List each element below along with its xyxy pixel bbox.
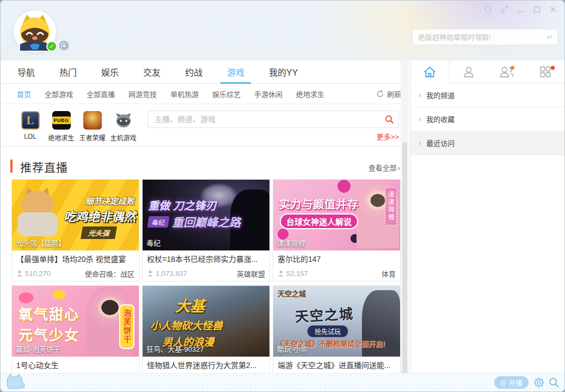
stream-card[interactable]: 天空之城 天空之城 抢先试玩 《天空之城》不删档测试全面开启! 酷玩-小炎 端游… [273,285,401,374]
bottom-search-icon[interactable] [549,377,559,388]
tab-yule[interactable]: 娱乐 [101,60,119,83]
sidebar-tab-friends[interactable] [450,60,488,83]
quick-game-lol[interactable]: L LOL [15,111,46,142]
thumb-text: 天空之城 [294,303,354,326]
viewer-icon [147,270,153,277]
stream-title[interactable]: 权杖=18本书已经宗师实力暴涨... [143,250,269,267]
stream-title[interactable]: 1号心动女生 [12,357,139,373]
subnav-mobile-games[interactable]: 手游休闲 [254,89,282,99]
notice-input-wrap: ↵ [412,29,558,45]
stream-card[interactable]: 细节决定成败 吃鸡绝非偶然 光头强 光头强【猛男】 【最强单排】场均20杀 视觉… [11,179,139,281]
thumb-text: 抢先试玩 [307,325,348,338]
quick-game-label: 主机游戏 [110,133,136,142]
thumb-mascot-art [17,191,58,236]
sidebar-tabs [410,60,564,83]
thumb-text: 重回巅峰之路 [172,213,241,230]
streamer-name: 毒纪 [146,237,161,248]
settings-gear-icon[interactable] [533,377,544,388]
subnav-variety[interactable]: 娱乐综艺 [212,89,241,99]
search-input[interactable] [148,115,380,124]
section-accent-bar [10,160,13,173]
chevron-right-icon: › [419,115,421,123]
enter-arrow-icon[interactable]: ↵ [546,33,553,41]
tab-youxi[interactable]: 游戏 [227,60,244,83]
quick-game-label: 王者荣耀 [79,133,105,142]
subnav-pc-games[interactable]: 单机热游 [170,89,199,99]
chevron-right-icon: › [419,139,421,147]
refresh-icon [376,90,384,98]
refresh-button[interactable]: 刷新 [376,84,401,103]
user-avatar[interactable]: ✓ [14,10,56,53]
subnav-all-games[interactable]: 全部游戏 [45,89,73,99]
quick-game-label: LOL [24,133,36,140]
thumb-text: 大基 [175,295,205,316]
stream-thumbnail[interactable]: 天空之城 天空之城 抢先试玩 《天空之城》不删档测试全面开启! 酷玩-小炎 [273,286,400,357]
search-icon[interactable] [380,111,398,127]
sidebar-item-recent-visits[interactable]: › 最近访问 [410,131,564,155]
main-search-box [148,111,399,128]
quick-game-pubg[interactable]: PUBG 绝地求生 [46,111,77,142]
stream-thumbnail[interactable]: 大基 小人物砍大怪兽 男人的浪漫 狂鸟、大基-90327 [143,286,269,357]
grid-apps-icon [539,66,551,78]
tab-daohang[interactable]: 导航 [17,60,35,83]
notice-input[interactable] [413,29,546,45]
quick-game-console[interactable]: 主机游戏 [108,111,139,142]
view-all-link[interactable]: 查看全部› [369,162,400,173]
thumb-badge: 泡芙饼干 [119,304,134,349]
thumb-text: 重做 刀之锋刃 [148,197,217,213]
tab-jiaoyou[interactable]: 交友 [143,60,161,83]
stream-meta: 1,073,837 英雄联盟 [143,267,269,280]
thumb-text: 吃鸡绝非偶然 [64,207,136,224]
minimize-icon[interactable] [515,5,525,14]
viewer-icon [16,270,23,277]
subnav-all-live[interactable]: 全部直播 [87,89,115,99]
scrollbar-track[interactable] [401,60,409,374]
sidebar-tab-apps[interactable] [526,60,565,83]
start-broadcast-button[interactable]: ◎ 开播 [494,376,529,389]
tab-my-yy[interactable]: 我的YY [269,60,298,83]
stream-title[interactable]: 【最强单排】场均20杀 视觉盛宴 [12,250,139,267]
stream-card[interactable]: 实力与颜值并存 台球女神迷人解说 漾漾锦鲤 漾漾锦鲤 塞尔比的147 52,15… [273,179,401,281]
stream-title[interactable]: 端游《天空之城》进直播间送能... [273,357,400,373]
sidebar-item-label: 我的频道 [426,90,455,100]
close-icon[interactable] [548,5,558,14]
scrollbar-thumb[interactable] [402,142,407,374]
mascot-icon[interactable] [5,374,27,390]
sidebar-tab-home[interactable] [410,60,450,83]
pubg-game-icon: PUBG [52,111,71,130]
tab-yuezhan[interactable]: 约战 [185,60,202,83]
sub-nav: 首页 全部游戏 全部直播 网游竞技 单机热游 娱乐综艺 手游休闲 绝地求生 刷新 [1,84,410,104]
quick-game-label: 绝地求生 [48,133,74,142]
stream-card[interactable]: 氧气甜心 元气少女 泡芙饼干 赢城-泡芙饼干 1号心动女生 [11,285,139,374]
console-game-icon [114,111,133,130]
stream-card[interactable]: 大基 小人物砍大怪兽 男人的浪漫 狂鸟、大基-90327 怪物猎人世界迷惑行为大… [142,285,270,374]
main-pane: 导航 热门 娱乐 交友 约战 游戏 我的YY 首页 全部游戏 全部直播 网游竞技… [1,60,410,374]
stream-thumbnail[interactable]: 细节决定成败 吃鸡绝非偶然 光头强 光头强【猛男】 [12,180,139,250]
quick-game-wzry[interactable]: 王者荣耀 [77,111,108,142]
stream-thumbnail[interactable]: 氧气甜心 元气少女 泡芙饼干 赢城-泡芙饼干 [12,286,139,357]
stream-card[interactable]: 重做 刀之锋刃 毒纪 重回巅峰之路 毒纪 权杖=18本书已经宗师实力暴涨... … [142,179,270,281]
subnav-pubg[interactable]: 绝地求生 [296,89,324,99]
stream-category[interactable]: 体育 [382,268,396,279]
stream-thumbnail[interactable]: 重做 刀之锋刃 毒纪 重回巅峰之路 毒纪 [143,180,269,250]
subnav-home[interactable]: 首页 [17,89,31,99]
visibility-status-icon[interactable] [59,41,69,50]
skin-theme-icon[interactable] [483,5,493,14]
thumb-badge: 漾漾锦鲤 [385,187,397,225]
stream-category[interactable]: 英雄联盟 [237,268,265,279]
sidebar-item-my-channels[interactable]: › 我的频道 [410,83,564,107]
stream-title[interactable]: 怪物猎人世界迷惑行为大赏第2... [143,357,269,373]
subnav-online-games[interactable]: 网游竞技 [128,89,157,99]
more-link[interactable]: 更多>> [377,131,399,142]
tab-remen[interactable]: 热门 [59,60,77,83]
thumb-tag: 毒纪 [148,216,170,228]
stream-thumbnail[interactable]: 实力与颜值并存 台球女神迷人解说 漾漾锦鲤 漾漾锦鲤 [273,180,400,250]
sidebar-tab-groups[interactable] [488,60,526,83]
sidebar-item-my-favorites[interactable]: › 我的收藏 [410,107,564,131]
maximize-icon[interactable] [532,5,542,14]
stream-category[interactable]: 使命召唤：战区 [85,268,134,279]
stream-title[interactable]: 塞尔比的147 [273,250,400,267]
streamer-name: 狂鸟、大基-90327 [146,344,204,354]
mini-mode-icon[interactable] [499,5,509,14]
thumb-text: 实力与颜值并存 [279,196,359,212]
